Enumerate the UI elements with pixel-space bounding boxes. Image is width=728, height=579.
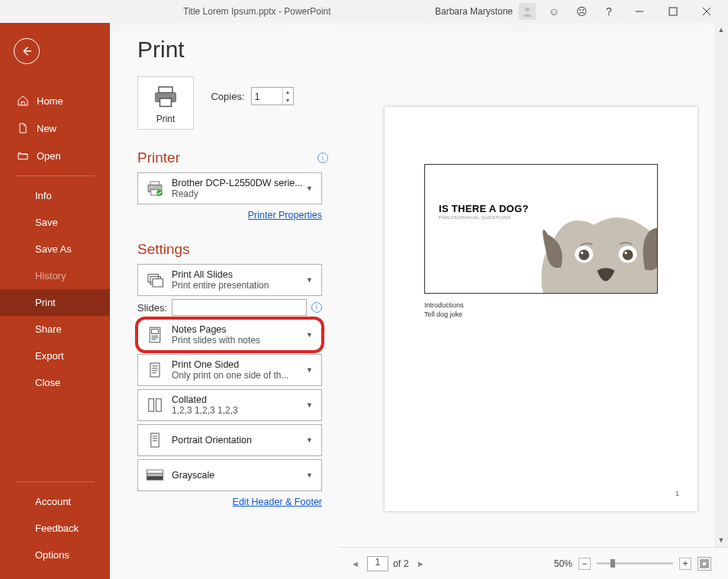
copies-label: Copies: (211, 91, 244, 102)
color-dropdown[interactable]: Grayscale ▼ (137, 459, 322, 491)
print-button[interactable]: Print (137, 76, 194, 130)
sides-dropdown[interactable]: Print One Sided Only print on one side o… (137, 354, 322, 386)
close-window-button[interactable] (690, 1, 723, 22)
print-settings-pane: Print Print Copies: 1 ▲▼ Printer i (110, 23, 339, 579)
zoom-out-button[interactable]: − (578, 558, 591, 570)
preview-pane: IS THERE A DOG? PHILOSOPHICAL QUESTIONS (339, 23, 728, 579)
sidebar-label: Open (37, 150, 61, 162)
titlebar-right: Barbara Marystone ☺ ☹ ? (435, 1, 723, 22)
svg-rect-43 (702, 561, 707, 566)
page-of-label: of 2 (393, 558, 409, 569)
one-sided-icon (144, 359, 166, 381)
svg-point-40 (623, 249, 633, 260)
next-page-button[interactable]: ► (414, 559, 428, 568)
svg-rect-28 (151, 433, 159, 447)
sidebar-item-history[interactable]: History (0, 262, 110, 289)
svg-point-38 (581, 252, 583, 254)
zoom-slider[interactable] (597, 562, 673, 565)
user-avatar-icon[interactable] (519, 3, 536, 20)
sidebar-item-info[interactable]: Info (0, 182, 110, 209)
printer-dropdown[interactable]: Brother DCP-L2550DW serie... Ready ▼ (137, 172, 322, 204)
copies-input[interactable]: 1 ▲▼ (251, 87, 294, 105)
copies-spinner-down[interactable]: ▼ (282, 96, 293, 105)
collate-dropdown[interactable]: Collated 1,2,3 1,2,3 1,2,3 ▼ (137, 389, 322, 421)
frown-feedback-icon[interactable]: ☹ (568, 1, 595, 22)
slides-stack-icon (144, 269, 166, 291)
svg-rect-34 (147, 477, 163, 480)
backstage-sidebar: Home New Open Info Save Save As History … (0, 23, 110, 579)
sidebar-item-share[interactable]: Share (0, 316, 110, 343)
page-input[interactable]: 1 (367, 556, 388, 571)
layout-dropdown[interactable]: Notes Pages Print slides with notes ▼ (137, 319, 322, 351)
minimize-button[interactable] (623, 1, 656, 22)
svg-rect-7 (160, 98, 172, 107)
slides-label: Slides: (137, 302, 167, 314)
svg-rect-2 (669, 8, 677, 15)
copies-spinner-up[interactable]: ▲ (282, 88, 293, 96)
chevron-down-icon: ▼ (306, 366, 315, 374)
preview-page-number: 1 (675, 490, 679, 497)
chevron-down-icon: ▼ (306, 471, 315, 479)
sidebar-item-save[interactable]: Save (0, 209, 110, 236)
svg-rect-21 (150, 363, 159, 377)
slides-input[interactable] (172, 299, 307, 316)
sidebar-item-feedback[interactable]: Feedback (0, 515, 110, 542)
info-icon[interactable]: i (311, 302, 322, 313)
chevron-down-icon: ▼ (306, 185, 315, 192)
preview-bottom-bar: ◄ 1 of 2 ► 50% − + (339, 547, 728, 579)
zoom-in-button[interactable]: + (679, 558, 691, 570)
svg-rect-26 (149, 399, 154, 412)
chevron-down-icon: ▼ (306, 436, 315, 444)
window-title: Title Lorem Ipsum.pptx - PowerPoint (183, 6, 331, 17)
chevron-down-icon: ▼ (306, 276, 315, 284)
printer-status: Ready (172, 188, 306, 199)
preview-scrollbar[interactable]: ▲ ▼ (714, 23, 728, 547)
zoom-fit-button[interactable] (697, 557, 711, 571)
sidebar-item-export[interactable]: Export (0, 343, 110, 369)
info-icon[interactable]: i (317, 153, 328, 163)
svg-rect-9 (150, 182, 159, 185)
sidebar-item-new[interactable]: New (0, 114, 110, 142)
sidebar-item-options[interactable]: Options (0, 542, 110, 568)
svg-rect-5 (159, 87, 172, 93)
print-what-dropdown[interactable]: Print All Slides Print entire presentati… (137, 264, 322, 296)
page-heading: Print (137, 37, 322, 63)
svg-rect-32 (147, 470, 163, 473)
printer-icon (144, 178, 166, 199)
sidebar-label: New (37, 123, 56, 134)
edit-header-footer-link[interactable]: Edit Header & Footer (233, 497, 322, 507)
svg-rect-27 (156, 399, 162, 412)
printer-section-title: Printer i (137, 150, 322, 166)
svg-point-37 (578, 249, 589, 260)
prev-page-button[interactable]: ◄ (348, 559, 362, 568)
user-name: Barbara Marystone (435, 6, 513, 17)
print-button-label: Print (152, 114, 179, 124)
help-icon[interactable]: ? (595, 1, 623, 22)
orientation-dropdown[interactable]: Portrait Orientation ▼ (137, 424, 322, 456)
sidebar-item-home[interactable]: Home (0, 87, 110, 114)
preview-slide: IS THERE A DOG? PHILOSOPHICAL QUESTIONS (424, 164, 658, 294)
collated-icon (144, 394, 166, 416)
scroll-down-icon[interactable]: ▼ (714, 533, 728, 547)
smile-feedback-icon[interactable]: ☺ (540, 1, 568, 22)
sidebar-label: Home (37, 95, 63, 107)
svg-rect-15 (153, 279, 163, 288)
preview-page: IS THERE A DOG? PHILOSOPHICAL QUESTIONS (385, 107, 697, 511)
scroll-up-icon[interactable]: ▲ (714, 23, 728, 37)
maximize-button[interactable] (656, 1, 690, 22)
sidebar-item-saveas[interactable]: Save As (0, 236, 110, 262)
sidebar-item-print[interactable]: Print (0, 289, 110, 316)
sidebar-item-open[interactable]: Open (0, 142, 110, 169)
sidebar-item-close[interactable]: Close (0, 369, 110, 396)
sidebar-item-account[interactable]: Account (0, 488, 110, 515)
chevron-down-icon: ▼ (306, 401, 315, 409)
zoom-label: 50% (554, 558, 572, 569)
settings-section-title: Settings (137, 241, 322, 258)
notes-page-icon (144, 324, 166, 346)
dog-image (482, 205, 658, 294)
chevron-down-icon: ▼ (306, 331, 315, 339)
grayscale-icon (144, 465, 166, 486)
back-button[interactable] (14, 38, 40, 64)
svg-point-0 (525, 8, 529, 11)
printer-properties-link[interactable]: Printer Properties (248, 210, 322, 220)
